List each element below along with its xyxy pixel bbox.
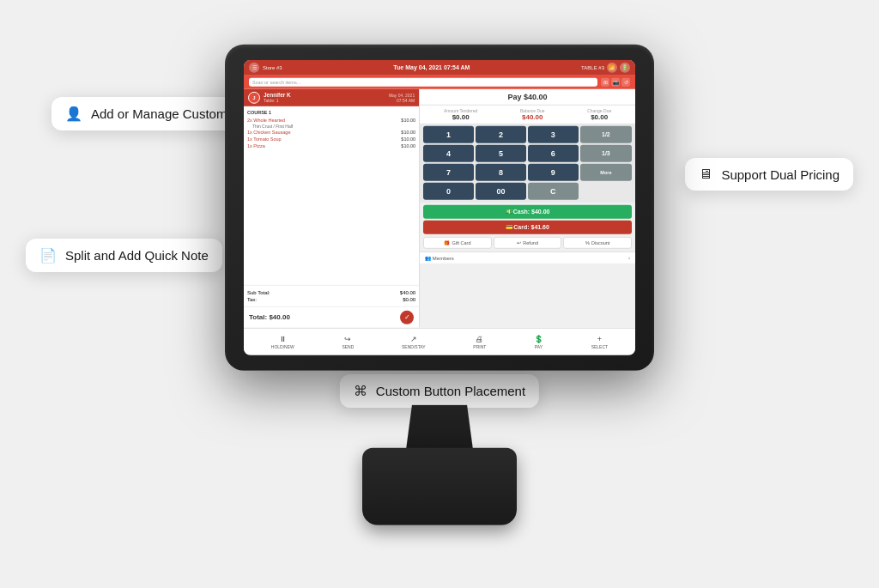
stand-base: [362, 447, 517, 524]
order-items: COURSE 1 2x Whole Hearted $10.00 Thin Cr…: [244, 106, 419, 284]
balance-due-value: $40.00: [520, 112, 545, 120]
discount-button[interactable]: % Discount: [563, 236, 632, 248]
course-label: COURSE 1: [247, 109, 415, 114]
battery-icon: 🔋: [620, 62, 630, 72]
send-stay-button[interactable]: ↗ SEND/STAY: [402, 334, 426, 349]
menu-icon: ☰: [249, 62, 259, 72]
payment-title: Pay $40.00: [425, 92, 630, 100]
pay-button[interactable]: 💲 PAY: [534, 334, 543, 349]
refresh-icon[interactable]: ↺: [621, 77, 630, 86]
camera-icon[interactable]: 📷: [611, 77, 620, 86]
monitor-icon: 🖥: [699, 167, 712, 182]
callout-split-note-text: Split and Add Quick Note: [65, 248, 209, 263]
members-chevron: ›: [628, 255, 630, 260]
send-button[interactable]: ↪ SEND: [342, 334, 354, 349]
pos-topbar: ☰ Store #3 Tue May 04, 2021 07:54 AM TAB…: [244, 59, 635, 75]
table-label: TABLE #3: [581, 64, 604, 70]
pos-screen: ☰ Store #3 Tue May 04, 2021 07:54 AM TAB…: [244, 59, 635, 355]
order-time: 07:54 AM: [389, 97, 415, 102]
print-icon: 🖨: [476, 334, 483, 342]
numpad-00[interactable]: 00: [476, 182, 526, 199]
person-icon: 👤: [65, 106, 82, 122]
document-icon: 📄: [39, 247, 57, 264]
print-button[interactable]: 🖨 PRINT: [473, 334, 486, 349]
numpad-1[interactable]: 1: [423, 125, 474, 142]
cash-btn-label: Cash: $40.00: [513, 209, 550, 215]
numpad-2[interactable]: 2: [476, 125, 526, 142]
send-icon: ↪: [344, 334, 351, 342]
card-btn-label: Card: $41.60: [513, 224, 549, 230]
tax-label: Tax:: [247, 296, 257, 301]
numpad-3[interactable]: 3: [528, 125, 579, 142]
numpad-5[interactable]: 5: [476, 144, 526, 161]
members-bar: 👥 Members ›: [420, 251, 635, 263]
table-row: 1x Tomato Soup $10.00: [247, 135, 415, 142]
customer-table: Table:: [264, 98, 276, 103]
callout-dual-pricing-text: Support Dual Pricing: [721, 167, 840, 182]
change-due-value: $0.00: [587, 112, 611, 120]
fraction-third[interactable]: 1/3: [580, 144, 632, 161]
numpad-6[interactable]: 6: [528, 144, 579, 161]
payment-amounts: Amount Tendered $0.00 Balance Due $40.00…: [420, 105, 635, 123]
members-icon: 👥: [425, 255, 431, 260]
order-totals: Sub Total: $40.00 Tax: $0.00: [244, 284, 419, 306]
customer-bar: J Jennifer K Table: 1 May 04, 2021 0: [244, 88, 419, 106]
pos-payment-panel: Pay $40.00 Amount Tendered $0.00 Balance…: [420, 88, 635, 327]
numpad-0[interactable]: 0: [423, 182, 474, 199]
send-stay-icon: ↗: [410, 334, 417, 342]
wifi-icon: 📶: [607, 62, 617, 72]
table-row: 1x Pizza $10.00: [247, 142, 415, 149]
pos-terminal: ☰ Store #3 Tue May 04, 2021 07:54 AM TAB…: [199, 44, 680, 524]
search-placeholder: Scan or search items...: [252, 79, 300, 84]
hold-icon: ⏸: [279, 334, 287, 342]
pos-main: J Jennifer K Table: 1 May 04, 2021 0: [244, 88, 635, 327]
datetime-label: Tue May 04, 2021 07:54 AM: [393, 64, 470, 70]
gift-icon: 🎁: [444, 239, 450, 245]
card-button[interactable]: 💳 Card: $41.60: [423, 220, 632, 233]
avatar: J: [248, 91, 260, 103]
discount-icon: %: [585, 239, 590, 245]
tablet-body: ☰ Store #3 Tue May 04, 2021 07:54 AM TAB…: [225, 44, 654, 370]
checkout-button[interactable]: ✓: [400, 310, 414, 324]
gift-card-button[interactable]: 🎁 Gift Card: [423, 236, 492, 248]
pos-searchbar: Scan or search items... ⊞ 📷 ↺: [244, 75, 635, 88]
barcode-icon[interactable]: ⊞: [601, 77, 609, 86]
callout-split-note: 📄 Split and Add Quick Note: [26, 239, 222, 272]
total-label: Total: $40.00: [249, 313, 290, 321]
pay-icon: 💲: [534, 334, 543, 342]
table-row: 1x Chicken Sausage $10.00: [247, 128, 415, 135]
members-label: Members: [433, 255, 454, 260]
subtotal-value: $40.00: [400, 289, 415, 294]
numpad-9[interactable]: 9: [528, 163, 579, 180]
refund-icon: ↩: [517, 239, 521, 245]
hold-new-button[interactable]: ⏸ HOLD/NEW: [271, 334, 294, 349]
pos-order-panel: J Jennifer K Table: 1 May 04, 2021 0: [244, 88, 420, 327]
select-icon: +: [597, 334, 602, 342]
action-bar: ⏸ HOLD/NEW ↪ SEND ↗ SEND/STAY 🖨 PRINT: [244, 327, 635, 355]
customer-table-num: 1: [276, 98, 279, 103]
fraction-more[interactable]: More: [580, 163, 632, 180]
table-row: 2x Whole Hearted $10.00: [247, 116, 415, 123]
amount-tendered-value: $0.00: [444, 112, 477, 120]
numpad-7[interactable]: 7: [423, 163, 474, 180]
select-button[interactable]: + SELECT: [591, 334, 608, 349]
refund-button[interactable]: ↩ Refund: [494, 236, 562, 248]
callout-dual-pricing: 🖥 Support Dual Pricing: [685, 158, 853, 191]
tax-value: $0.00: [403, 296, 415, 301]
payment-header: Pay $40.00: [420, 88, 635, 105]
numpad-clear[interactable]: C: [528, 182, 579, 199]
payment-buttons: 💵 Cash: $40.00 💳 Card: $41.60: [420, 202, 635, 236]
search-input[interactable]: Scan or search items...: [249, 77, 597, 86]
payment-row-buttons: 🎁 Gift Card ↩ Refund % Discount: [420, 236, 635, 251]
subtotal-label: Sub Total:: [247, 289, 270, 294]
numpad-8[interactable]: 8: [476, 163, 526, 180]
cash-button[interactable]: 💵 Cash: $40.00: [423, 204, 632, 218]
store-label: Store #3: [263, 64, 282, 70]
screen-bezel: ☰ Store #3 Tue May 04, 2021 07:54 AM TAB…: [244, 59, 635, 355]
order-footer: Total: $40.00 ✓: [244, 306, 419, 327]
numpad-4[interactable]: 4: [423, 144, 474, 161]
fraction-half[interactable]: 1/2: [580, 125, 632, 142]
customer-name: Jennifer K: [264, 92, 291, 98]
